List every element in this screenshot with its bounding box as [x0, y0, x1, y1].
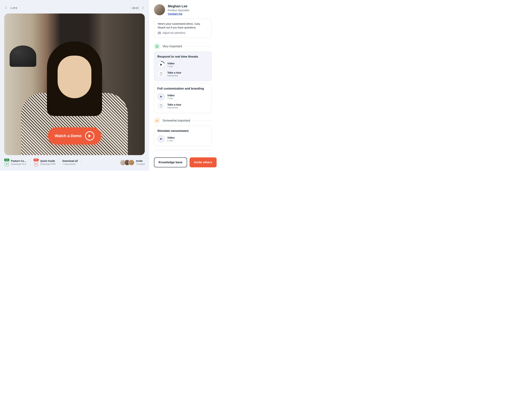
divider-line: [185, 46, 212, 46]
download-xls[interactable]: XLS Feature Con... Download XLS: [4, 159, 30, 166]
play-icon: [157, 93, 165, 100]
download-all-title: Download all: [62, 159, 78, 162]
invite-group[interactable]: Invite 3 invited: [120, 159, 145, 166]
pdf-badge: PDF: [34, 159, 38, 161]
specialist-avatar: [154, 4, 165, 15]
download-all[interactable]: Download all 7 documents: [62, 159, 81, 166]
pdf-sub: Download PDF: [40, 163, 56, 166]
topic-card-ransomware: Simulate ransomware Video 2 min: [154, 126, 212, 146]
importance-very-label: Very important: [162, 45, 182, 48]
topic-title: Full customization and branding: [157, 87, 208, 91]
svg-point-2: [160, 33, 161, 33]
media-sub: Interactive: [167, 106, 181, 109]
importance-somewhat: Somewhat important: [149, 118, 217, 124]
svg-point-0: [158, 33, 159, 34]
play-icon: [157, 135, 165, 143]
topic-video-row[interactable]: Video 7 min: [157, 61, 208, 68]
media-title: Take a tour: [167, 71, 181, 74]
media-title: Video: [167, 136, 175, 139]
video-preview[interactable]: Watch a Demo: [4, 13, 145, 155]
topic-tour-row[interactable]: Take a tour Interactive: [157, 102, 208, 110]
check-icon: [154, 118, 160, 124]
watch-demo-label: Watch a Demo: [55, 134, 82, 138]
time-remaining: - 18:22: [130, 6, 139, 9]
xls-title: Feature Con...: [11, 159, 27, 162]
knowledge-base-button[interactable]: Knowledge base: [154, 157, 187, 167]
mouse-icon: [157, 102, 165, 110]
pdf-file-icon: [34, 162, 38, 166]
specialist-profile: Meghan Lee Product Specialist Contact me: [149, 4, 217, 15]
chevron-left-icon: [5, 6, 7, 9]
media-sub: Interactive: [167, 74, 181, 77]
play-progress-icon: [157, 61, 165, 68]
media-sub: 7 min: [167, 97, 175, 100]
media-title: Video: [167, 62, 175, 65]
play-icon: [85, 131, 94, 140]
invite-title: Invite: [136, 159, 145, 162]
pdf-title: Quick Guide: [40, 159, 56, 162]
next-button[interactable]: [141, 6, 145, 9]
media-title: Take a tour: [167, 103, 181, 106]
page-counter: 1 of 6: [10, 6, 17, 9]
media-sub: 7 min: [167, 65, 175, 68]
media-title: Video: [167, 94, 175, 97]
star-icon: [154, 43, 160, 49]
topic-title: Respond to real time threats: [157, 55, 208, 58]
documents-bar: XLS Feature Con... Download XLS PDF Quic…: [4, 159, 145, 166]
xls-badge: XLS: [4, 159, 9, 161]
download-pdf[interactable]: PDF Quick Guide Download PDF: [34, 159, 59, 166]
message-text: Here's your customized demo, Cary. Reach…: [158, 22, 208, 29]
mouse-icon: [157, 70, 165, 78]
avatar: [128, 159, 134, 166]
importance-somewhat-label: Somewhat important: [162, 119, 190, 122]
watch-demo-button[interactable]: Watch a Demo: [48, 127, 101, 144]
topic-card-threats: Respond to real time threats Video 7 min…: [154, 52, 212, 81]
topic-title: Simulate ransomware: [157, 129, 208, 133]
download-all-sub: 7 documents: [62, 163, 78, 166]
sidebar-footer: Knowledge base Invite others: [149, 157, 217, 171]
contact-link[interactable]: Contact me: [168, 12, 189, 15]
specialist-role: Product Specialist: [168, 9, 189, 12]
invite-others-button[interactable]: Invite others: [190, 157, 217, 167]
prev-button[interactable]: [4, 6, 8, 9]
xls-sub: Download XLS: [11, 163, 27, 166]
adjust-label: Adjust my selections: [163, 31, 185, 34]
media-sub: 2 min: [167, 139, 175, 142]
specialist-name: Meghan Lee: [168, 4, 189, 8]
pagination-bar: 1 of 6 - 18:22: [4, 4, 145, 11]
topic-video-row[interactable]: Video 7 min: [157, 93, 208, 100]
chevron-right-icon: [142, 6, 144, 9]
svg-point-1: [159, 32, 160, 33]
topic-tour-row[interactable]: Take a tour Interactive: [157, 70, 208, 78]
welcome-message: Here's your customized demo, Cary. Reach…: [154, 18, 212, 38]
sliders-icon: [158, 31, 161, 34]
topic-video-row[interactable]: Video 2 min: [157, 135, 208, 143]
adjust-selections[interactable]: Adjust my selections: [158, 31, 208, 34]
invite-sub: 3 invited: [136, 163, 145, 166]
xls-file-icon: [5, 162, 9, 166]
invitee-avatars: [120, 159, 134, 166]
sidebar-panel: Meghan Lee Product Specialist Contact me…: [149, 0, 217, 171]
main-content-panel: 1 of 6 - 18:22 Watch a Demo XLS: [0, 0, 149, 171]
importance-very: Very important: [149, 43, 217, 49]
topic-card-branding: Full customization and branding Video 7 …: [154, 83, 212, 113]
section-divider: [154, 150, 212, 150]
